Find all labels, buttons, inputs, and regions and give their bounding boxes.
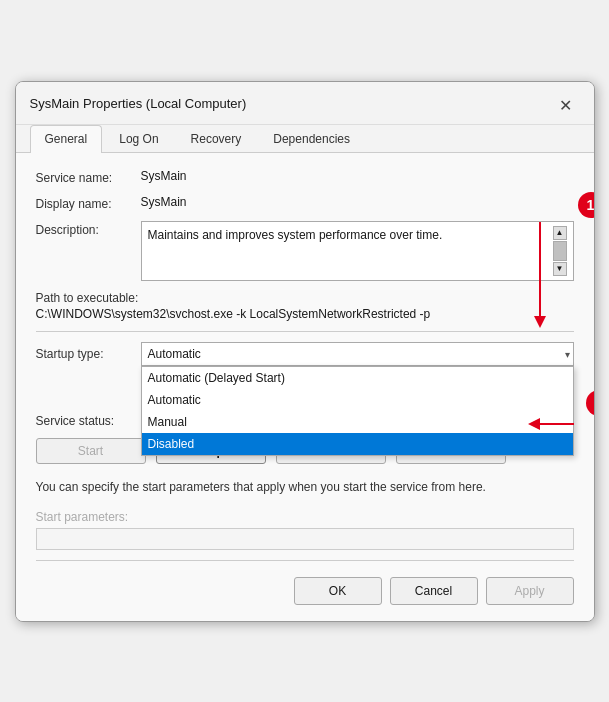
description-box: Maintains and improves system performanc… [141, 221, 574, 281]
description-scrollbar[interactable]: ▲ ▼ [553, 226, 567, 276]
description-value: Maintains and improves system performanc… [148, 226, 549, 276]
startup-type-label: Startup type: [36, 347, 141, 361]
ok-button[interactable]: OK [294, 577, 382, 605]
path-section: Path to executable: C:\WINDOWS\system32\… [36, 291, 574, 321]
display-name-value: SysMain [141, 195, 187, 209]
service-name-value: SysMain [141, 169, 187, 183]
path-value: C:\WINDOWS\system32\svchost.exe -k Local… [36, 307, 574, 321]
apply-button[interactable]: Apply [486, 577, 574, 605]
start-button[interactable]: Start [36, 438, 146, 464]
service-name-row: Service name: SysMain [36, 169, 574, 185]
info-text: You can specify the start parameters tha… [36, 478, 574, 496]
start-params-label: Start parameters: [36, 510, 574, 524]
close-button[interactable]: ✕ [552, 92, 580, 120]
service-name-label: Service name: [36, 169, 141, 185]
annotation-1: 1 [578, 192, 595, 218]
path-label: Path to executable: [36, 291, 574, 305]
divider-2 [36, 560, 574, 561]
display-name-label: Display name: [36, 195, 141, 211]
tab-general[interactable]: General [30, 125, 103, 153]
scroll-thumb[interactable] [553, 241, 567, 261]
dropdown-item-disabled[interactable]: Disabled [142, 433, 573, 455]
startup-select[interactable]: Automatic [141, 342, 574, 366]
startup-type-row: Startup type: Automatic ▾ Automatic (Del… [36, 342, 574, 366]
annotation-2: 2 [586, 390, 595, 416]
tab-dependencies[interactable]: Dependencies [258, 125, 365, 152]
footer-buttons: OK Cancel Apply [36, 571, 574, 609]
startup-select-container: Automatic ▾ Automatic (Delayed Start) Au… [141, 342, 574, 366]
display-name-row: Display name: SysMain [36, 195, 574, 211]
properties-window: SysMain Properties (Local Computer) ✕ Ge… [15, 81, 595, 622]
startup-dropdown-list: Automatic (Delayed Start) Automatic Manu… [141, 366, 574, 456]
tab-bar: General Log On Recovery Dependencies [16, 125, 594, 153]
cancel-button[interactable]: Cancel [390, 577, 478, 605]
description-row: Description: Maintains and improves syst… [36, 221, 574, 281]
service-status-label: Service status: [36, 414, 141, 428]
description-label: Description: [36, 221, 141, 237]
tab-logon[interactable]: Log On [104, 125, 173, 152]
divider-1 [36, 331, 574, 332]
tab-recovery[interactable]: Recovery [176, 125, 257, 152]
start-params-input[interactable] [36, 528, 574, 550]
title-bar: SysMain Properties (Local Computer) ✕ [16, 82, 594, 125]
dropdown-item-automatic[interactable]: Automatic [142, 389, 573, 411]
dropdown-item-manual[interactable]: Manual [142, 411, 573, 433]
dropdown-item-delayed[interactable]: Automatic (Delayed Start) [142, 367, 573, 389]
scroll-up-arrow[interactable]: ▲ [553, 226, 567, 240]
window-title: SysMain Properties (Local Computer) [30, 96, 247, 119]
tab-content: Service name: SysMain Display name: SysM… [16, 153, 594, 621]
scroll-down-arrow[interactable]: ▼ [553, 262, 567, 276]
